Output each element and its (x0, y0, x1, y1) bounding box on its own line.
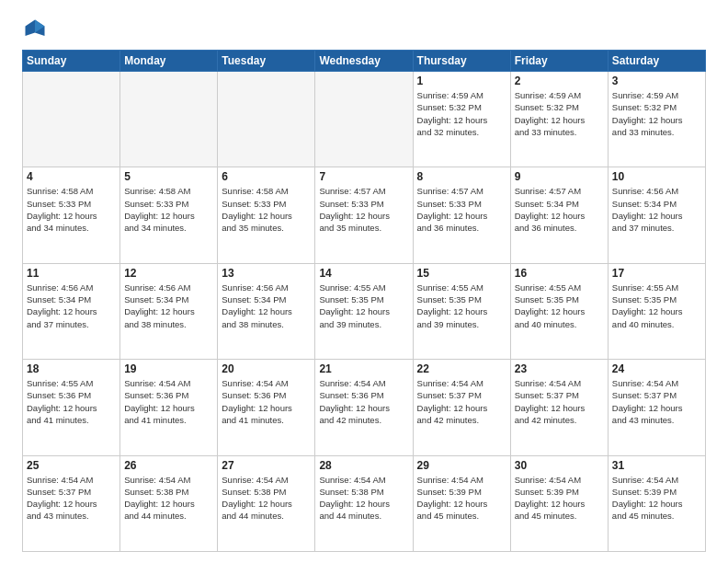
day-number: 31 (612, 459, 701, 472)
calendar-cell: 24Sunrise: 4:54 AM Sunset: 5:37 PM Dayli… (608, 360, 705, 455)
calendar-cell: 2Sunrise: 4:59 AM Sunset: 5:32 PM Daylig… (510, 72, 608, 167)
calendar-cell: 31Sunrise: 4:54 AM Sunset: 5:39 PM Dayli… (608, 455, 705, 551)
day-number: 3 (612, 75, 701, 87)
day-info: Sunrise: 4:56 AM Sunset: 5:34 PM Dayligh… (27, 282, 116, 330)
logo (22, 17, 51, 42)
day-info: Sunrise: 4:59 AM Sunset: 5:32 PM Dayligh… (417, 89, 506, 138)
day-number: 14 (319, 267, 408, 280)
day-info: Sunrise: 4:54 AM Sunset: 5:36 PM Dayligh… (222, 377, 311, 426)
day-info: Sunrise: 4:55 AM Sunset: 5:35 PM Dayligh… (417, 282, 506, 330)
day-number: 10 (612, 170, 701, 183)
calendar-cell: 5Sunrise: 4:58 AM Sunset: 5:33 PM Daylig… (120, 167, 218, 263)
day-number: 23 (515, 362, 604, 375)
day-info: Sunrise: 4:55 AM Sunset: 5:35 PM Dayligh… (319, 282, 408, 330)
weekday-header-sunday: Sunday (23, 51, 120, 72)
weekday-header-row: SundayMondayTuesdayWednesdayThursdayFrid… (23, 51, 706, 72)
day-number: 2 (515, 75, 604, 87)
day-info: Sunrise: 4:59 AM Sunset: 5:32 PM Dayligh… (612, 89, 701, 138)
day-number: 27 (222, 459, 311, 472)
weekday-header-wednesday: Wednesday (315, 51, 413, 72)
day-number: 1 (417, 75, 506, 87)
day-number: 22 (417, 362, 506, 375)
weekday-header-friday: Friday (510, 51, 608, 72)
day-info: Sunrise: 4:54 AM Sunset: 5:36 PM Dayligh… (319, 377, 408, 426)
day-number: 21 (319, 362, 408, 375)
day-number: 16 (515, 267, 604, 280)
day-number: 11 (27, 267, 116, 280)
day-number: 6 (222, 170, 311, 183)
calendar-cell: 29Sunrise: 4:54 AM Sunset: 5:39 PM Dayli… (413, 455, 510, 551)
day-info: Sunrise: 4:56 AM Sunset: 5:34 PM Dayligh… (612, 185, 701, 234)
calendar-cell: 15Sunrise: 4:55 AM Sunset: 5:35 PM Dayli… (413, 263, 510, 359)
day-number: 24 (612, 362, 701, 375)
calendar-cell: 20Sunrise: 4:54 AM Sunset: 5:36 PM Dayli… (218, 360, 315, 455)
weekday-header-saturday: Saturday (608, 51, 705, 72)
calendar-cell: 12Sunrise: 4:56 AM Sunset: 5:34 PM Dayli… (120, 263, 218, 359)
calendar-cell: 3Sunrise: 4:59 AM Sunset: 5:32 PM Daylig… (608, 72, 705, 167)
calendar-cell: 22Sunrise: 4:54 AM Sunset: 5:37 PM Dayli… (413, 360, 510, 455)
calendar-cell: 27Sunrise: 4:54 AM Sunset: 5:38 PM Dayli… (218, 455, 315, 551)
calendar-cell (315, 72, 413, 167)
calendar-table: SundayMondayTuesdayWednesdayThursdayFrid… (22, 50, 706, 552)
day-number: 29 (417, 459, 506, 472)
page: SundayMondayTuesdayWednesdayThursdayFrid… (0, 0, 728, 563)
calendar-cell: 14Sunrise: 4:55 AM Sunset: 5:35 PM Dayli… (315, 263, 413, 359)
day-info: Sunrise: 4:54 AM Sunset: 5:37 PM Dayligh… (612, 377, 701, 426)
calendar-cell: 26Sunrise: 4:54 AM Sunset: 5:38 PM Dayli… (120, 455, 218, 551)
day-info: Sunrise: 4:58 AM Sunset: 5:33 PM Dayligh… (27, 185, 116, 234)
day-info: Sunrise: 4:54 AM Sunset: 5:38 PM Dayligh… (319, 474, 408, 523)
day-info: Sunrise: 4:54 AM Sunset: 5:39 PM Dayligh… (515, 474, 604, 523)
weekday-header-tuesday: Tuesday (218, 51, 315, 72)
calendar-cell: 7Sunrise: 4:57 AM Sunset: 5:33 PM Daylig… (315, 167, 413, 263)
day-number: 12 (124, 267, 213, 280)
day-info: Sunrise: 4:56 AM Sunset: 5:34 PM Dayligh… (222, 282, 311, 330)
week-row-1: 1Sunrise: 4:59 AM Sunset: 5:32 PM Daylig… (23, 72, 706, 167)
day-number: 9 (515, 170, 604, 183)
day-number: 7 (319, 170, 408, 183)
calendar-cell: 21Sunrise: 4:54 AM Sunset: 5:36 PM Dayli… (315, 360, 413, 455)
calendar-cell: 19Sunrise: 4:54 AM Sunset: 5:36 PM Dayli… (120, 360, 218, 455)
day-number: 28 (319, 459, 408, 472)
calendar-cell: 17Sunrise: 4:55 AM Sunset: 5:35 PM Dayli… (608, 263, 705, 359)
day-info: Sunrise: 4:55 AM Sunset: 5:35 PM Dayligh… (515, 282, 604, 330)
day-number: 8 (417, 170, 506, 183)
day-number: 25 (27, 459, 116, 472)
day-info: Sunrise: 4:54 AM Sunset: 5:37 PM Dayligh… (515, 377, 604, 426)
week-row-4: 18Sunrise: 4:55 AM Sunset: 5:36 PM Dayli… (23, 360, 706, 455)
day-info: Sunrise: 4:54 AM Sunset: 5:39 PM Dayligh… (417, 474, 506, 523)
calendar-cell: 8Sunrise: 4:57 AM Sunset: 5:33 PM Daylig… (413, 167, 510, 263)
day-info: Sunrise: 4:57 AM Sunset: 5:33 PM Dayligh… (319, 185, 408, 234)
week-row-5: 25Sunrise: 4:54 AM Sunset: 5:37 PM Dayli… (23, 455, 706, 551)
day-number: 5 (124, 170, 213, 183)
day-number: 17 (612, 267, 701, 280)
day-number: 30 (515, 459, 604, 472)
day-info: Sunrise: 4:54 AM Sunset: 5:38 PM Dayligh… (124, 474, 213, 523)
calendar-cell (23, 72, 120, 167)
weekday-header-thursday: Thursday (413, 51, 510, 72)
day-info: Sunrise: 4:55 AM Sunset: 5:36 PM Dayligh… (27, 377, 116, 426)
day-info: Sunrise: 4:55 AM Sunset: 5:35 PM Dayligh… (612, 282, 701, 330)
calendar-cell: 10Sunrise: 4:56 AM Sunset: 5:34 PM Dayli… (608, 167, 705, 263)
day-info: Sunrise: 4:54 AM Sunset: 5:38 PM Dayligh… (222, 474, 311, 523)
calendar-cell: 11Sunrise: 4:56 AM Sunset: 5:34 PM Dayli… (23, 263, 120, 359)
day-number: 13 (222, 267, 311, 280)
day-number: 19 (124, 362, 213, 375)
calendar-cell (218, 72, 315, 167)
day-number: 18 (27, 362, 116, 375)
calendar-cell (120, 72, 218, 167)
day-info: Sunrise: 4:59 AM Sunset: 5:32 PM Dayligh… (515, 89, 604, 138)
calendar-cell: 28Sunrise: 4:54 AM Sunset: 5:38 PM Dayli… (315, 455, 413, 551)
day-info: Sunrise: 4:54 AM Sunset: 5:36 PM Dayligh… (124, 377, 213, 426)
calendar-cell: 1Sunrise: 4:59 AM Sunset: 5:32 PM Daylig… (413, 72, 510, 167)
logo-icon (22, 17, 48, 42)
day-number: 4 (27, 170, 116, 183)
day-number: 26 (124, 459, 213, 472)
day-info: Sunrise: 4:54 AM Sunset: 5:39 PM Dayligh… (612, 474, 701, 523)
day-info: Sunrise: 4:54 AM Sunset: 5:37 PM Dayligh… (27, 474, 116, 523)
weekday-header-monday: Monday (120, 51, 218, 72)
day-number: 20 (222, 362, 311, 375)
day-info: Sunrise: 4:57 AM Sunset: 5:34 PM Dayligh… (515, 185, 604, 234)
calendar-cell: 6Sunrise: 4:58 AM Sunset: 5:33 PM Daylig… (218, 167, 315, 263)
calendar-cell: 13Sunrise: 4:56 AM Sunset: 5:34 PM Dayli… (218, 263, 315, 359)
week-row-2: 4Sunrise: 4:58 AM Sunset: 5:33 PM Daylig… (23, 167, 706, 263)
